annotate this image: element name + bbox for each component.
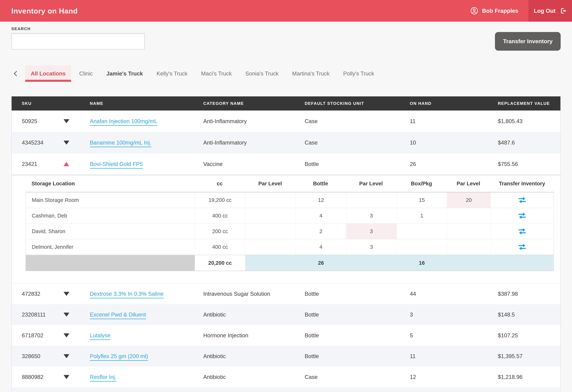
par-level-cell: 3 — [346, 239, 397, 255]
sku-cell: 472832 — [12, 291, 58, 297]
value-cell: $487.6 — [498, 139, 560, 146]
location-tabs: All Locations Clinic Jamie's Truck Kelly… — [11, 65, 572, 82]
transfer-inventory-icon[interactable] — [491, 239, 554, 255]
category-cell: Antibiotic — [203, 374, 305, 380]
product-link[interactable]: Excenel Pwd & Diluent — [90, 312, 146, 319]
sub-column-par-level-1: Par Level — [245, 175, 295, 192]
unit-cell: Case — [305, 118, 410, 124]
on-hand-cell: 12 — [410, 374, 498, 380]
product-link[interactable]: Banamine 100mg/mL Inj. — [90, 139, 151, 147]
par-level-cell-alert: 20 — [447, 192, 491, 208]
logout-button[interactable]: Log Out — [528, 0, 572, 22]
unit-cell: Bottle — [305, 332, 410, 339]
par-level-cell — [245, 224, 296, 239]
storage-row: Cashman, Deb 400 cc 4 3 1 — [26, 208, 554, 224]
storage-location-cell: David, Sharon — [26, 224, 195, 239]
search-label: SEARCH — [11, 27, 561, 31]
cc-cell: 19,200 cc — [195, 192, 245, 208]
total-bottle-cell: 26 — [296, 255, 346, 271]
total-location-cell — [26, 255, 195, 271]
table-row: 23208111 Excenel Pwd & Diluent Antibioti… — [12, 304, 560, 325]
value-cell: $1,218.96 — [498, 374, 560, 380]
product-link[interactable]: Lutalyse — [90, 332, 111, 340]
table-row: 472832 Dextrose 3.3% In 0.3% Saline Intr… — [12, 283, 560, 304]
box-pkg-cell — [397, 239, 447, 255]
product-link[interactable]: Bovi-Shield Gold FP5 — [90, 161, 143, 169]
expand-caret-icon[interactable] — [64, 292, 69, 296]
storage-location-cell: Main Storage Room — [26, 192, 195, 208]
par-level-cell — [245, 239, 296, 255]
collapse-caret-icon[interactable] — [64, 162, 69, 166]
user-name: Bob Frapples — [482, 8, 518, 14]
category-cell: Vaccine — [203, 161, 305, 167]
bottle-cell: 4 — [296, 208, 346, 223]
storage-total-row: 20,200 cc 26 16 — [26, 255, 554, 271]
tab-all-locations[interactable]: All Locations — [25, 65, 71, 82]
table-row: 8880982 Resflor Inj. Antibiotic Case 12 … — [12, 367, 560, 387]
on-hand-cell: 5 — [410, 332, 498, 339]
transfer-inventory-button[interactable]: Transfer Inventory — [495, 32, 561, 51]
par-level-cell — [346, 192, 397, 208]
tab-pollys-truck[interactable]: Polly's Truck — [338, 65, 380, 82]
expand-caret-icon[interactable] — [64, 119, 69, 123]
storage-row: Delmont, Jennifer 400 cc 4 3 — [26, 239, 554, 255]
sku-cell: 50925 — [12, 118, 58, 124]
expand-caret-icon[interactable] — [64, 333, 69, 337]
table-header-row: SKU NAME CATEGORY NAME DEFAULT STOCKING … — [12, 96, 560, 110]
column-header-value: REPLACEMENT VALUE — [498, 101, 560, 106]
category-cell: Hormone Injection — [203, 332, 305, 339]
bottle-cell: 2 — [296, 224, 346, 239]
unit-cell: Case — [305, 139, 410, 146]
value-cell: $755.56 — [498, 161, 560, 167]
total-cc-cell: 20,200 cc — [195, 255, 245, 271]
on-hand-cell: 10 — [410, 139, 498, 146]
expand-caret-icon[interactable] — [64, 313, 69, 317]
expand-caret-icon[interactable] — [64, 141, 69, 145]
sub-column-bottle: Bottle — [295, 175, 346, 192]
total-par-level-cell — [447, 255, 491, 271]
category-cell: Antibiotic — [203, 353, 305, 359]
tab-martinas-truck[interactable]: Martina's Truck — [287, 65, 335, 82]
on-hand-cell: 11 — [410, 118, 498, 124]
tab-kellys-truck[interactable]: Kelly's Truck — [151, 65, 193, 82]
product-link[interactable]: Dextrose 3.3% In 0.3% Saline — [90, 291, 164, 298]
search-input[interactable] — [11, 33, 145, 49]
transfer-inventory-icon[interactable] — [491, 208, 554, 223]
category-cell: Anti-Inflammatory — [203, 139, 305, 146]
unit-cell: Bottle — [305, 161, 410, 167]
tab-clinic[interactable]: Clinic — [74, 65, 98, 82]
transfer-inventory-icon[interactable] — [491, 192, 554, 208]
category-cell: Antibiotic — [203, 312, 305, 318]
transfer-inventory-icon[interactable] — [491, 224, 554, 239]
tabs-scroll-left-chevron-icon[interactable] — [11, 65, 20, 82]
sku-cell: 23208111 — [12, 312, 58, 318]
par-level-cell — [447, 224, 491, 239]
storage-row: Main Storage Room 19,200 cc 12 15 20 — [26, 192, 554, 208]
product-link[interactable]: Resflor Inj. — [90, 374, 116, 381]
logout-icon — [559, 7, 567, 15]
cc-cell: 200 cc — [195, 224, 245, 239]
value-cell: $387.98 — [498, 291, 560, 297]
category-cell: Intravenous Sugar Solution — [203, 291, 305, 297]
value-cell: $148.5 — [498, 312, 560, 318]
user-menu[interactable]: Bob Frapples — [470, 7, 518, 15]
expand-caret-icon[interactable] — [64, 375, 69, 379]
total-par-level-cell — [346, 255, 397, 271]
product-link[interactable]: Polyflex 25 gm (200 ml) — [90, 353, 148, 361]
product-link[interactable]: Anafan Injection 100mg/mL — [90, 118, 157, 126]
storage-location-cell: Cashman, Deb — [26, 208, 195, 223]
tab-sonias-truck[interactable]: Sonia's Truck — [240, 65, 284, 82]
column-header-unit: DEFAULT STOCKING UNIT — [305, 101, 410, 106]
tab-macis-truck[interactable]: Maci's Truck — [196, 65, 237, 82]
column-header-name: NAME — [90, 101, 203, 106]
value-cell: $1,805.43 — [498, 118, 560, 124]
unit-cell: Bottle — [305, 291, 410, 297]
expand-caret-icon[interactable] — [64, 354, 69, 358]
table-row: 6718702 Lutalyse Hormone Injection Bottl… — [12, 325, 560, 346]
tab-jamies-truck[interactable]: Jamie's Truck — [101, 65, 148, 82]
cc-cell: 400 cc — [195, 208, 245, 223]
storage-table-header: Storage Location cc Par Level Bottle Par… — [25, 175, 554, 192]
cc-cell: 400 cc — [195, 239, 245, 255]
column-header-on-hand: ON HAND — [410, 101, 498, 106]
par-level-cell: 3 — [346, 208, 397, 223]
